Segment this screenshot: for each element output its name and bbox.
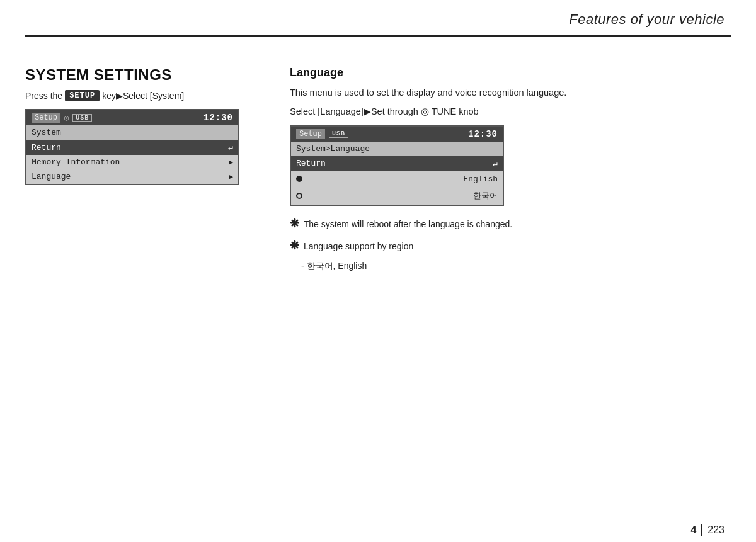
- footer-rule: [25, 511, 731, 511]
- screen1-return-label: Return: [32, 143, 61, 152]
- note1-dagger: ❋: [290, 217, 299, 230]
- header-rule: [25, 35, 731, 37]
- right-column: Language This menu is used to set the di…: [290, 66, 731, 276]
- page-header: Features of your vehicle: [0, 0, 756, 63]
- screen1-time: 12:30: [203, 113, 233, 123]
- left-column: SYSTEM SETTINGS Press the SETUP key▶Sele…: [25, 66, 258, 185]
- screen1-row-return: Return ↵: [26, 140, 238, 155]
- note-2: ❋ Language support by region: [290, 237, 731, 255]
- screen1-return-arrow: ↵: [228, 142, 233, 152]
- section-number: 4: [690, 524, 702, 536]
- screen2-row-return: Return ↵: [291, 156, 503, 171]
- screen2-usb: USB: [329, 130, 348, 138]
- press-post-text: key▶Select [System]: [102, 91, 184, 101]
- screen2-return-arrow: ↵: [493, 159, 498, 169]
- note2-text: Language support by region: [304, 241, 413, 251]
- press-instruction: Press the SETUP key▶Select [System]: [25, 90, 258, 101]
- screen-mockup-2: Setup USB 12:30 System>Language Return ↵…: [290, 125, 504, 206]
- screen1-header-left: Setup ◎ USB: [32, 113, 92, 123]
- screen2-time: 12:30: [468, 129, 498, 139]
- screen2-header-left: Setup USB: [296, 129, 348, 139]
- note1-text: The system will reboot after the languag…: [304, 219, 513, 229]
- language-para2: Select [Language]▶Set through ◎ TUNE kno…: [290, 104, 731, 118]
- screen1-row-memory: Memory Information ▶: [26, 155, 238, 169]
- setup-badge: SETUP: [65, 90, 100, 101]
- note-1: ❋ The system will reboot after the langu…: [290, 215, 731, 233]
- screen2-korean-label: 한국어: [473, 190, 498, 201]
- language-para1: This menu is used to set the display and…: [290, 86, 731, 99]
- radio-english: [296, 176, 302, 182]
- screen2-return-label: Return: [296, 159, 326, 168]
- section-title: SYSTEM SETTINGS: [25, 66, 258, 84]
- screen1-usb: USB: [72, 114, 92, 122]
- press-pre-text: Press the: [25, 91, 62, 101]
- screen2-row-english: English: [291, 171, 503, 187]
- screen1-memory-arrow: ▶: [229, 158, 233, 166]
- screen2-sub-header: System>Language: [291, 142, 503, 156]
- note3-text: - 한국어, English: [301, 261, 367, 271]
- screen-mockup-1: Setup ◎ USB 12:30 System Return ↵ Memory…: [25, 109, 239, 185]
- main-content: SYSTEM SETTINGS Press the SETUP key▶Sele…: [25, 66, 731, 507]
- screen1-sub-header: System: [26, 125, 238, 140]
- page-number: 4 223: [690, 524, 724, 536]
- screen2-header: Setup USB 12:30: [291, 127, 503, 142]
- screen1-header: Setup ◎ USB 12:30: [26, 110, 238, 125]
- note2-dagger: ❋: [290, 239, 299, 252]
- screen1-memory-label: Memory Information: [32, 157, 120, 167]
- page-title: Features of your vehicle: [569, 11, 724, 28]
- screen1-language-label: Language: [32, 172, 71, 181]
- page-num-value: 223: [707, 524, 724, 536]
- radio-korean: [296, 193, 302, 199]
- screen2-setup-label: Setup: [296, 129, 325, 139]
- note-3: - 한국어, English: [290, 259, 731, 273]
- screen1-setup-label: Setup: [32, 113, 60, 123]
- screen1-icon1: ◎: [64, 113, 69, 123]
- language-section-title: Language: [290, 66, 731, 79]
- screen1-row-language: Language ▶: [26, 169, 238, 184]
- screen2-row-korean: 한국어: [291, 187, 503, 205]
- page-footer: 4 223: [0, 511, 756, 542]
- screen2-english-label: English: [463, 174, 498, 184]
- screen1-language-arrow: ▶: [229, 172, 233, 181]
